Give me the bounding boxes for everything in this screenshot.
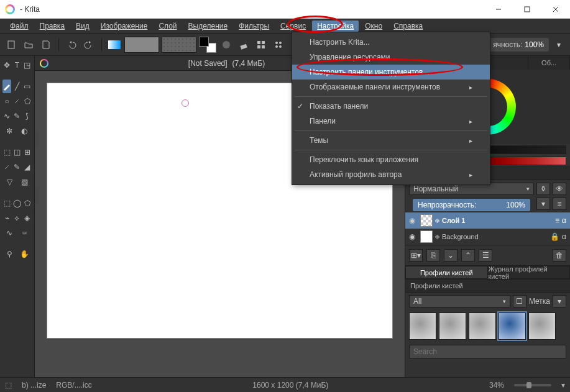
new-doc-button[interactable] [4,37,19,52]
select-contiguous[interactable]: ⟡ [12,211,21,225]
polyline-tool[interactable]: ⟋ [12,94,21,108]
visibility-icon[interactable]: ◉ [409,216,418,225]
layer-name[interactable]: Слой 1 [442,217,553,224]
menu-file[interactable]: Файл [5,21,34,32]
layer-row[interactable]: ◉ ⎆ Background 🔒 α [405,229,570,245]
save-button[interactable] [39,37,53,52]
zoom-tool[interactable]: ⚲ [2,247,16,261]
visibility-icon[interactable]: ◉ [409,232,418,241]
ellipse-tool[interactable]: ○ [2,94,11,108]
menu-switch-language[interactable]: Переключить язык приложения [292,152,490,167]
maximize-button[interactable] [513,0,541,19]
fill-tool[interactable]: ▽ [2,175,16,189]
lock-icon[interactable]: 🔒 [550,232,559,241]
bezier-tool[interactable]: ∿ [2,109,11,123]
redo-button[interactable] [81,37,96,52]
polygon-tool[interactable]: ⬠ [23,94,32,108]
measure-tool[interactable]: ⟋ [2,160,11,174]
picker-tool[interactable]: ✎ [12,160,21,174]
menu-author-profile[interactable]: Активный профиль автора▸ [292,167,490,182]
color-swatches[interactable] [199,37,216,53]
menu-configure-toolbars[interactable]: Настроить панели инструментов... [292,65,490,80]
opacity-dropdown[interactable]: ▾ [551,37,566,52]
select-ellipse[interactable]: ◯ [12,196,21,210]
layer-lock-icon[interactable]: ≡ [555,216,559,225]
filter-icon[interactable]: ⚱ [536,183,550,195]
menu-toolbars-shown[interactable]: Отображаемые панели инструментов▸ [292,80,490,94]
pattern-swatch-2[interactable] [162,37,196,53]
edge-tab-1[interactable] [35,130,39,148]
deform-tool[interactable]: ◫ [12,145,21,159]
menu-edit[interactable]: Правка [35,21,70,32]
tab-brush-history[interactable]: Журнал профилей кистей [488,266,571,279]
select-outline[interactable]: ⌁ [2,211,11,225]
menu-manage-resources[interactable]: Управление ресурсами... [292,50,490,65]
select-similar[interactable]: ◈ [23,211,32,225]
eye-icon[interactable]: 👁 [553,183,566,195]
tab-overview[interactable]: Об... [528,56,570,70]
stamp-tool[interactable]: ⊞ [23,145,32,159]
layer-alpha-icon[interactable]: α [562,216,566,225]
close-button[interactable] [541,0,570,19]
opacity-arrow[interactable]: ▾ [536,198,550,210]
select-bezier[interactable]: ∿ [2,226,16,240]
menu-settings[interactable]: Настройка [312,21,359,32]
crop-tool[interactable]: ◳ [23,58,32,72]
layer-alpha-icon[interactable]: α [562,232,566,241]
menu-dockers[interactable]: Панели▸ [292,114,490,129]
pattern-tool[interactable]: ▧ [17,175,31,189]
doc-name[interactable]: [Not Saved] [188,59,228,68]
edge-tab-2[interactable] [35,186,39,204]
select-polygon[interactable]: ⬠ [23,196,32,210]
multibrush-tool[interactable]: ✼ [2,124,16,138]
gradient-tool[interactable]: ◢ [23,160,32,174]
pattern-swatch-1[interactable] [124,37,159,53]
select-rect-marquee[interactable]: ⬚ [2,196,11,210]
layer-name[interactable]: Background [442,233,548,240]
add-layer-button[interactable]: ⊞▾ [409,249,423,262]
select-magnetic[interactable]: ⎃ [17,226,31,240]
zoom-value[interactable]: 34% [489,381,504,390]
brush-preset[interactable] [409,312,436,340]
layer-properties-button[interactable]: ☰ [479,249,492,262]
menu-image[interactable]: Изображение [96,21,153,32]
tag-checkbox[interactable]: ☐ [513,295,526,308]
menu-select[interactable]: Выделение [183,21,233,32]
mirror-button[interactable] [254,37,269,52]
edit-shapes-tool[interactable]: ◐ [17,124,31,138]
brush-preset[interactable] [469,312,496,340]
select-indicator-icon[interactable]: ⬚ [5,381,12,390]
menu-window[interactable]: Окно [360,21,387,32]
menu-filters[interactable]: Фильтры [234,21,274,32]
pan-tool[interactable]: ✋ [17,247,31,261]
move-down-button[interactable]: ⌄ [444,249,457,262]
zoom-slider[interactable] [514,384,551,386]
move-up-button[interactable]: ⌃ [461,249,475,262]
line-tool[interactable]: ╱ [12,80,21,93]
wrap-button[interactable] [271,37,286,52]
layer-menu-icon[interactable]: ≡ [553,198,566,210]
color-profile[interactable]: RGB/....icc [56,381,91,390]
duplicate-layer-button[interactable]: ⎘ [426,249,440,262]
delete-layer-button[interactable]: 🗑 [553,249,566,262]
brush-preset-button[interactable] [219,37,234,52]
brush-search-input[interactable] [409,345,566,358]
doc-mode[interactable]: b) ...ize [22,381,46,390]
layer-opacity-slider[interactable]: Непрозрачность:100% [413,199,530,211]
brush-preset[interactable] [528,312,556,340]
menu-show-dockers[interactable]: ✓Показать панели [292,99,490,114]
rect-tool[interactable]: ▭ [23,80,32,93]
open-button[interactable] [21,37,36,52]
menu-help[interactable]: Справка [388,21,428,32]
brush-preset[interactable] [499,312,526,340]
brush-tool[interactable] [2,80,11,93]
tag-arrow[interactable]: ▾ [553,295,566,308]
freehand-tool[interactable]: ✎ [12,109,21,123]
menu-tools[interactable]: Сервис [275,21,311,32]
brush-filter-select[interactable]: All▾ [409,295,510,308]
transform-tool[interactable]: T [12,58,21,72]
opacity-slider[interactable]: ячность: 100% [488,38,549,52]
tab-brush-presets[interactable]: Профили кистей [405,266,488,279]
dynamic-brush-tool[interactable]: ⟆ [23,109,32,123]
minimize-button[interactable] [484,0,513,19]
